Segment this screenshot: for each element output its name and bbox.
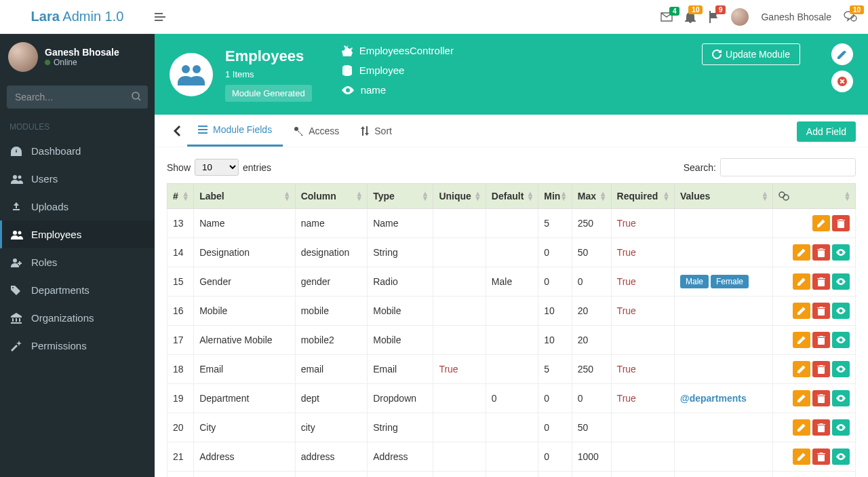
delete-button[interactable] [832, 215, 850, 231]
col-values[interactable]: Values▲▼ [675, 184, 773, 209]
delete-button[interactable] [812, 244, 830, 261]
svg-point-8 [193, 65, 201, 73]
tab-access[interactable]: Access [283, 116, 350, 146]
add-field-button[interactable]: Add Field [797, 121, 856, 142]
delete-button[interactable] [812, 419, 830, 436]
edit-button[interactable] [793, 303, 810, 319]
view-button[interactable] [832, 390, 850, 406]
table-search-input[interactable] [720, 158, 856, 176]
mail-badge: 4 [669, 7, 680, 16]
col-column[interactable]: Column▲▼ [295, 184, 368, 209]
col-min[interactable]: Min▲▼ [538, 184, 572, 209]
mail-icon[interactable]: 4 [660, 12, 673, 22]
controller-row: EmployeesController [342, 45, 454, 56]
view-button[interactable] [832, 361, 850, 377]
table-row: 15GendergenderRadioMale00TrueMaleFemale [167, 267, 856, 297]
view-button[interactable] [832, 419, 850, 436]
avatar [8, 42, 38, 72]
table-row: 14DesignationdesignationString050True [167, 238, 856, 267]
edit-button[interactable] [793, 361, 810, 377]
view-button[interactable] [832, 244, 850, 261]
delete-button[interactable] [812, 332, 830, 348]
tags-icon [11, 286, 23, 295]
delete-button[interactable] [812, 303, 830, 319]
search-input[interactable] [7, 85, 148, 109]
svg-point-6 [13, 259, 17, 263]
sidebar-item-departments[interactable]: Departments [0, 276, 155, 304]
page-title: Employees [225, 47, 312, 65]
sidebar-item-label: Departments [31, 284, 90, 296]
delete-button[interactable] [812, 390, 830, 406]
view-button[interactable] [832, 273, 850, 290]
delete-button[interactable] [812, 361, 830, 377]
edit-button[interactable] [793, 419, 810, 436]
avatar[interactable] [731, 8, 749, 26]
sidebar-item-roles[interactable]: Roles [0, 248, 155, 276]
view-row: name [342, 84, 454, 96]
col-max[interactable]: Max▲▼ [572, 184, 611, 209]
edit-button[interactable] [793, 244, 810, 261]
sidebar-header: MODULES [0, 114, 155, 137]
sidebar-item-dashboard[interactable]: Dashboard [0, 137, 155, 165]
edit-module-button[interactable] [831, 43, 853, 65]
search-icon[interactable] [132, 92, 141, 101]
table-row: 13NamenameName5250True [167, 209, 856, 238]
svg-point-1 [132, 92, 139, 99]
sidebar-item-organizations[interactable]: Organizations [0, 304, 155, 332]
col-label[interactable]: Label▲▼ [194, 184, 296, 209]
edit-button[interactable] [793, 273, 810, 290]
bell-badge: 10 [688, 5, 703, 14]
col-actions[interactable]: ▲▼ [773, 184, 856, 209]
user-status: Online [45, 58, 119, 67]
sidebar-item-label: Roles [31, 256, 57, 268]
tab-module-fields[interactable]: Module Fields [187, 115, 283, 147]
items-count: 1 Items [225, 69, 312, 79]
username-top[interactable]: Ganesh Bhosale [761, 12, 831, 22]
value-link[interactable]: @departments [680, 393, 747, 404]
table-row: 17Alernative Mobilemobile2Mobile1020 [167, 326, 856, 355]
edit-button[interactable] [793, 449, 810, 465]
sidebar-item-label: Permissions [31, 340, 87, 351]
delete-button[interactable] [812, 449, 830, 465]
delete-button[interactable] [812, 273, 830, 290]
module-status-badge: Module Generated [225, 85, 312, 102]
table-row: 21AddressaddressAddress01000 [167, 442, 856, 472]
value-tag: Male [680, 275, 709, 288]
svg-point-5 [18, 231, 22, 234]
sidebar-item-employees[interactable]: Employees [0, 221, 155, 248]
chat-icon[interactable]: 10 [844, 11, 857, 23]
delete-module-button[interactable] [831, 71, 853, 92]
edit-button[interactable] [793, 332, 810, 348]
edit-button[interactable] [812, 215, 830, 231]
flag-icon[interactable]: 9 [708, 11, 719, 23]
entries-select[interactable]: 10 [195, 159, 239, 176]
table-row: 19DepartmentdeptDropdown000True@departme… [167, 384, 856, 413]
value-tag: Female [711, 275, 749, 288]
sidebar-item-permissions[interactable]: Permissions [0, 332, 155, 360]
col-default[interactable]: Default▲▼ [486, 184, 538, 209]
col-unique[interactable]: Unique▲▼ [433, 184, 486, 209]
edit-button[interactable] [793, 390, 810, 406]
sidebar-toggle-icon[interactable] [155, 12, 182, 22]
sidebar-item-label: Uploads [31, 201, 68, 212]
svg-point-3 [18, 175, 22, 178]
view-button[interactable] [832, 303, 850, 319]
sidebar-item-users[interactable]: Users [0, 165, 155, 193]
users-icon [11, 174, 23, 184]
view-button[interactable] [832, 449, 850, 465]
search-label: Search: [684, 162, 716, 173]
view-button[interactable] [832, 332, 850, 348]
sidebar-item-label: Dashboard [31, 145, 81, 157]
col-type[interactable]: Type▲▼ [368, 184, 433, 209]
back-button[interactable] [167, 116, 187, 146]
svg-point-7 [182, 65, 190, 73]
col-required[interactable]: Required▲▼ [611, 184, 674, 209]
update-module-button[interactable]: Update Module [702, 43, 800, 65]
brand-logo[interactable]: Lara Admin 1.0 [0, 9, 155, 24]
sidebar-item-label: Users [31, 173, 58, 185]
sidebar-item-uploads[interactable]: Uploads [0, 193, 155, 221]
bell-icon[interactable]: 10 [685, 11, 696, 23]
sidebar-item-label: Employees [31, 229, 81, 240]
col-#[interactable]: #▲▼ [167, 184, 194, 209]
tab-sort[interactable]: Sort [350, 116, 403, 146]
